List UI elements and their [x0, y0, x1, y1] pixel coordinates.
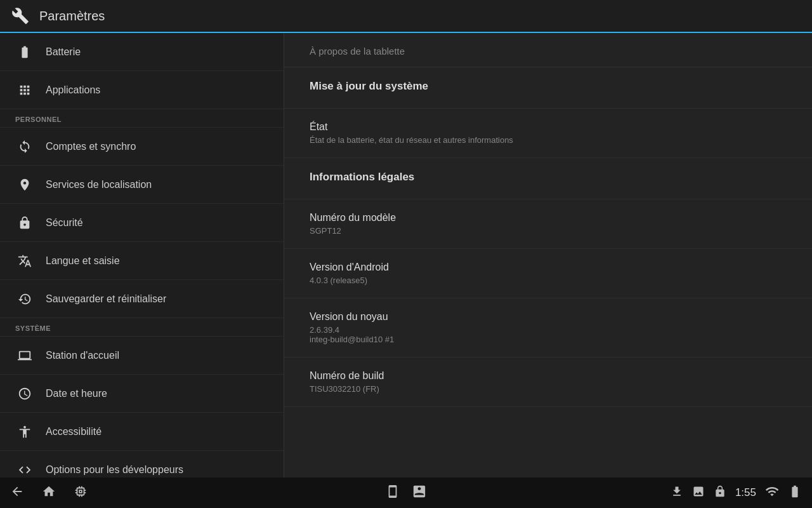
sidebar-item-comptes-label: Comptes et synchro [46, 141, 136, 152]
dev-icon [15, 460, 34, 478]
lock-status-icon[interactable] [714, 485, 726, 501]
download-icon[interactable] [671, 485, 683, 501]
content-item-infos-legales-title: Informations légales [310, 171, 787, 184]
sidebar-item-date[interactable]: Date et heure [0, 375, 284, 413]
content-item-version-android-title: Version d'Android [310, 262, 787, 273]
content-item-version-noyau: Version du noyau 2.6.39.4 integ-build@bu… [284, 298, 812, 358]
sidebar-item-langue[interactable]: Langue et saisie [0, 242, 284, 280]
content-area: À propos de la tablette Mise à jour du s… [284, 33, 812, 478]
content-item-num-modele-title: Numéro du modèle [310, 212, 787, 224]
content-item-etat[interactable]: État État de la batterie, état du réseau… [284, 109, 812, 158]
wifi-icon [765, 485, 779, 501]
gallery-icon[interactable] [692, 485, 705, 501]
content-item-version-noyau-title: Version du noyau [310, 311, 787, 323]
bottom-bar: 1:55 [0, 478, 812, 508]
content-header: À propos de la tablette [284, 33, 812, 67]
location-icon [15, 175, 34, 194]
restore-icon [15, 290, 34, 309]
lock-icon [15, 213, 34, 232]
bottom-nav-left [10, 485, 88, 502]
content-item-version-android: Version d'Android 4.0.3 (release5) [284, 249, 812, 298]
sidebar-item-accessibilite[interactable]: Accessibilité [0, 413, 284, 451]
battery-icon [15, 43, 34, 62]
content-item-num-build: Numéro de build TISU3032210 (FR) [284, 358, 812, 407]
media-icon[interactable] [412, 485, 426, 502]
section-label-systeme: SYSTÈME [0, 318, 284, 337]
apps-icon [15, 81, 34, 100]
lang-icon [15, 251, 34, 271]
access-icon [15, 422, 34, 441]
content-item-etat-title: État [310, 121, 787, 133]
settings-wrench-icon [10, 6, 30, 26]
content-item-version-noyau-subtitle: 2.6.39.4 integ-build@build10 #1 [310, 325, 787, 344]
dock-icon [15, 346, 34, 365]
main-layout: Batterie Applications PERSONNEL Comptes … [0, 33, 812, 478]
sidebar-item-station-label: Station d'accueil [46, 350, 119, 361]
battery-status-icon [788, 485, 802, 501]
sidebar-item-comptes[interactable]: Comptes et synchro [0, 128, 284, 166]
sidebar-item-dev-options-label: Options pour les développeurs [46, 464, 183, 476]
content-item-num-build-title: Numéro de build [310, 370, 787, 382]
sidebar-item-dev-options[interactable]: Options pour les développeurs [0, 451, 284, 478]
sidebar-item-batterie-label: Batterie [46, 46, 81, 58]
content-item-num-modele-subtitle: SGPT12 [310, 226, 787, 236]
sync-icon [15, 137, 34, 156]
content-item-maj-systeme-title: Mise à jour du système [310, 80, 787, 93]
content-item-num-modele: Numéro du modèle SGPT12 [284, 199, 812, 249]
sidebar-item-securite[interactable]: Sécurité [0, 204, 284, 242]
sidebar-item-batterie[interactable]: Batterie [0, 33, 284, 71]
content-item-etat-subtitle: État de la batterie, état du réseau et a… [310, 135, 787, 145]
home-icon[interactable] [42, 485, 56, 502]
sidebar-item-localisation[interactable]: Services de localisation [0, 166, 284, 204]
status-time: 1:55 [735, 486, 756, 499]
sidebar-item-date-label: Date et heure [46, 388, 107, 399]
content-item-num-build-subtitle: TISU3032210 (FR) [310, 384, 787, 394]
screenshot-icon[interactable] [386, 485, 400, 502]
top-bar: Paramètres [0, 0, 812, 33]
page-title: Paramètres [39, 9, 105, 23]
clock-icon [15, 384, 34, 403]
recent-apps-icon[interactable] [74, 485, 88, 502]
content-item-infos-legales[interactable]: Informations légales [284, 158, 812, 199]
sidebar-item-sauvegarder-label: Sauvegarder et réinitialiser [46, 293, 166, 305]
sidebar-item-langue-label: Langue et saisie [46, 255, 120, 267]
content-item-maj-systeme[interactable]: Mise à jour du système [284, 67, 812, 109]
sidebar-item-localisation-label: Services de localisation [46, 179, 152, 190]
sidebar-item-accessibilite-label: Accessibilité [46, 426, 102, 438]
back-icon[interactable] [10, 485, 24, 502]
bottom-nav-right: 1:55 [671, 485, 802, 501]
sidebar-item-station[interactable]: Station d'accueil [0, 337, 284, 375]
content-item-version-android-subtitle: 4.0.3 (release5) [310, 276, 787, 285]
sidebar-item-sauvegarder[interactable]: Sauvegarder et réinitialiser [0, 280, 284, 318]
sidebar-item-applications-label: Applications [46, 84, 100, 96]
sidebar-item-applications[interactable]: Applications [0, 71, 284, 109]
sidebar-item-securite-label: Sécurité [46, 217, 83, 229]
sidebar: Batterie Applications PERSONNEL Comptes … [0, 33, 284, 478]
bottom-nav-center [386, 485, 426, 502]
section-label-personnel: PERSONNEL [0, 109, 284, 128]
